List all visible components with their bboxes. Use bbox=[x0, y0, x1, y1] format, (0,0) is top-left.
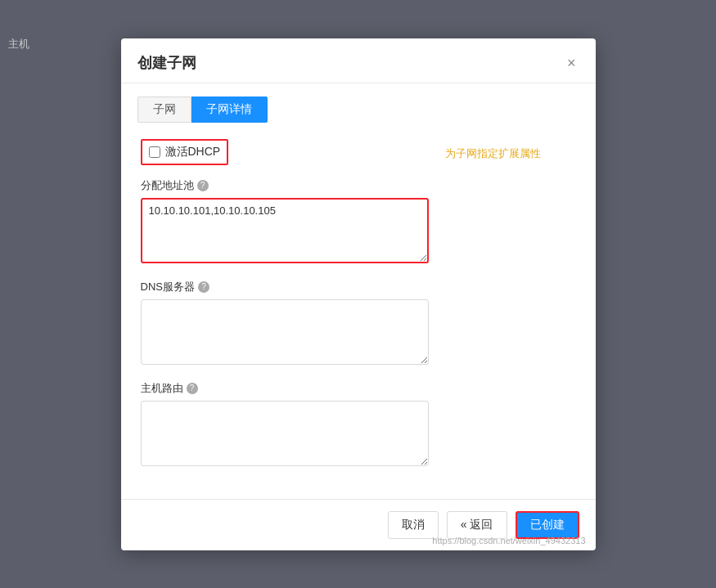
close-button[interactable]: × bbox=[564, 56, 579, 70]
dhcp-row: 激活DHCP bbox=[141, 139, 229, 165]
tab-subnet[interactable]: 子网 bbox=[137, 97, 191, 123]
dns-server-textarea[interactable] bbox=[141, 299, 429, 365]
create-subnet-modal: 创建子网 × 子网 子网详情 激活DHCP 分配地 bbox=[121, 38, 596, 550]
address-pool-textarea[interactable]: 10.10.10.101,10.10.10.105 bbox=[141, 198, 429, 263]
host-route-textarea[interactable] bbox=[141, 401, 429, 466]
address-pool-label: 分配地址池 ? bbox=[141, 178, 429, 193]
host-route-label: 主机路由 ? bbox=[141, 381, 429, 396]
dhcp-label[interactable]: 激活DHCP bbox=[165, 145, 221, 159]
address-pool-group: 分配地址池 ? 10.10.10.101,10.10.10.105 bbox=[141, 178, 429, 267]
back-button[interactable]: « 返回 bbox=[447, 511, 507, 539]
modal-body: 激活DHCP 分配地址池 ? 10.10.10.101,10.10.10.105 bbox=[121, 123, 596, 499]
address-pool-help-icon[interactable]: ? bbox=[197, 180, 209, 191]
submit-button[interactable]: 已创建 bbox=[516, 511, 579, 539]
right-hint-text: 为子网指定扩展属性 bbox=[445, 147, 541, 159]
dns-server-label: DNS服务器 ? bbox=[141, 280, 429, 294]
modal-header: 创建子网 × bbox=[121, 38, 596, 83]
modal-title: 创建子网 bbox=[137, 53, 196, 73]
host-route-group: 主机路由 ? bbox=[141, 381, 429, 469]
dhcp-checkbox[interactable] bbox=[149, 146, 160, 158]
dns-server-group: DNS服务器 ? bbox=[141, 280, 429, 368]
background-sidebar-text: 主机 bbox=[8, 37, 29, 52]
host-route-help-icon[interactable]: ? bbox=[187, 383, 198, 394]
dns-server-help-icon[interactable]: ? bbox=[198, 281, 209, 293]
tab-subnet-detail[interactable]: 子网详情 bbox=[191, 97, 268, 123]
modal-tabs: 子网 子网详情 bbox=[121, 83, 596, 123]
left-column: 激活DHCP 分配地址池 ? 10.10.10.101,10.10.10.105 bbox=[141, 139, 429, 483]
bottom-link: https://blog.csdn.net/weixin_49432313 bbox=[432, 536, 585, 545]
right-column: 为子网指定扩展属性 bbox=[445, 139, 576, 483]
cancel-button[interactable]: 取消 bbox=[388, 511, 439, 539]
